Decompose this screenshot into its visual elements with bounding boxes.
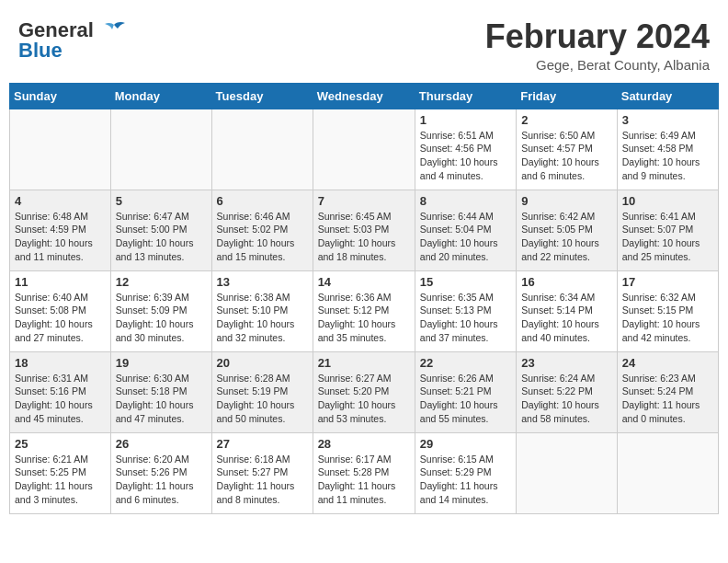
calendar-cell: 26Sunrise: 6:20 AM Sunset: 5:26 PM Dayli…: [110, 432, 211, 513]
calendar-week-row: 4Sunrise: 6:48 AM Sunset: 4:59 PM Daylig…: [10, 190, 719, 270]
calendar-cell: 8Sunrise: 6:44 AM Sunset: 5:04 PM Daylig…: [415, 190, 516, 270]
column-header-monday: Monday: [110, 83, 211, 109]
day-number: 17: [622, 275, 713, 289]
calendar-cell: 19Sunrise: 6:30 AM Sunset: 5:18 PM Dayli…: [110, 351, 211, 432]
calendar-week-row: 25Sunrise: 6:21 AM Sunset: 5:25 PM Dayli…: [10, 432, 719, 513]
calendar-cell: 24Sunrise: 6:23 AM Sunset: 5:24 PM Dayli…: [617, 351, 718, 432]
page-header: General Blue February 2024 Gege, Berat C…: [9, 9, 719, 77]
day-number: 2: [521, 113, 612, 127]
day-info: Sunrise: 6:47 AM Sunset: 5:00 PM Dayligh…: [116, 210, 207, 264]
day-info: Sunrise: 6:35 AM Sunset: 5:13 PM Dayligh…: [420, 291, 511, 345]
day-number: 28: [318, 437, 410, 451]
calendar-cell: 1Sunrise: 6:51 AM Sunset: 4:56 PM Daylig…: [415, 109, 516, 190]
calendar-cell: 27Sunrise: 6:18 AM Sunset: 5:27 PM Dayli…: [211, 432, 313, 513]
day-info: Sunrise: 6:42 AM Sunset: 5:05 PM Dayligh…: [521, 210, 612, 264]
day-number: 12: [116, 275, 207, 289]
day-number: 15: [420, 275, 511, 289]
day-number: 10: [622, 194, 713, 208]
day-number: 6: [217, 194, 308, 208]
calendar-cell: 21Sunrise: 6:27 AM Sunset: 5:20 PM Dayli…: [313, 351, 415, 432]
calendar-week-row: 1Sunrise: 6:51 AM Sunset: 4:56 PM Daylig…: [10, 109, 719, 190]
calendar-cell: 25Sunrise: 6:21 AM Sunset: 5:25 PM Dayli…: [10, 432, 111, 513]
day-number: 25: [15, 437, 106, 451]
calendar-cell: 10Sunrise: 6:41 AM Sunset: 5:07 PM Dayli…: [617, 190, 718, 270]
calendar-cell: 9Sunrise: 6:42 AM Sunset: 5:05 PM Daylig…: [517, 190, 618, 270]
logo: General Blue: [18, 18, 127, 63]
day-number: 22: [420, 356, 511, 370]
calendar-cell: 20Sunrise: 6:28 AM Sunset: 5:19 PM Dayli…: [211, 351, 313, 432]
calendar-cell: 18Sunrise: 6:31 AM Sunset: 5:16 PM Dayli…: [10, 351, 111, 432]
calendar-cell: 17Sunrise: 6:32 AM Sunset: 5:15 PM Dayli…: [617, 270, 718, 351]
day-info: Sunrise: 6:20 AM Sunset: 5:26 PM Dayligh…: [116, 453, 207, 507]
day-info: Sunrise: 6:48 AM Sunset: 4:59 PM Dayligh…: [15, 210, 106, 264]
calendar-cell: 4Sunrise: 6:48 AM Sunset: 4:59 PM Daylig…: [10, 190, 111, 270]
day-info: Sunrise: 6:32 AM Sunset: 5:15 PM Dayligh…: [622, 291, 713, 345]
day-number: 18: [15, 356, 106, 370]
day-number: 13: [217, 275, 308, 289]
calendar-cell: 7Sunrise: 6:45 AM Sunset: 5:03 PM Daylig…: [313, 190, 415, 270]
day-info: Sunrise: 6:28 AM Sunset: 5:19 PM Dayligh…: [217, 372, 308, 426]
day-info: Sunrise: 6:36 AM Sunset: 5:12 PM Dayligh…: [318, 291, 410, 345]
day-info: Sunrise: 6:40 AM Sunset: 5:08 PM Dayligh…: [15, 291, 106, 345]
calendar-cell: 15Sunrise: 6:35 AM Sunset: 5:13 PM Dayli…: [415, 270, 516, 351]
day-number: 21: [318, 356, 410, 370]
day-info: Sunrise: 6:49 AM Sunset: 4:58 PM Dayligh…: [622, 129, 713, 183]
column-header-wednesday: Wednesday: [313, 83, 415, 109]
day-number: 8: [420, 194, 511, 208]
day-number: 4: [15, 194, 106, 208]
day-info: Sunrise: 6:44 AM Sunset: 5:04 PM Dayligh…: [420, 210, 511, 264]
day-number: 24: [622, 356, 713, 370]
day-number: 19: [116, 356, 207, 370]
day-info: Sunrise: 6:34 AM Sunset: 5:14 PM Dayligh…: [521, 291, 612, 345]
column-header-saturday: Saturday: [617, 83, 718, 109]
day-info: Sunrise: 6:17 AM Sunset: 5:28 PM Dayligh…: [318, 453, 410, 507]
calendar-cell: 2Sunrise: 6:50 AM Sunset: 4:57 PM Daylig…: [517, 109, 618, 190]
calendar-cell: 22Sunrise: 6:26 AM Sunset: 5:21 PM Dayli…: [415, 351, 516, 432]
month-title: February 2024: [485, 18, 710, 55]
day-number: 14: [318, 275, 410, 289]
day-info: Sunrise: 6:27 AM Sunset: 5:20 PM Dayligh…: [318, 372, 410, 426]
day-number: 20: [217, 356, 308, 370]
calendar-cell: 13Sunrise: 6:38 AM Sunset: 5:10 PM Dayli…: [211, 270, 313, 351]
calendar-cell: [617, 432, 718, 513]
calendar-week-row: 11Sunrise: 6:40 AM Sunset: 5:08 PM Dayli…: [10, 270, 719, 351]
day-info: Sunrise: 6:26 AM Sunset: 5:21 PM Dayligh…: [420, 372, 511, 426]
day-info: Sunrise: 6:45 AM Sunset: 5:03 PM Dayligh…: [318, 210, 410, 264]
calendar-cell: [110, 109, 211, 190]
calendar-cell: 3Sunrise: 6:49 AM Sunset: 4:58 PM Daylig…: [617, 109, 718, 190]
calendar-cell: [313, 109, 415, 190]
calendar-cell: 11Sunrise: 6:40 AM Sunset: 5:08 PM Dayli…: [10, 270, 111, 351]
logo-bird-icon: [101, 21, 127, 41]
calendar-cell: 14Sunrise: 6:36 AM Sunset: 5:12 PM Dayli…: [313, 270, 415, 351]
calendar-cell: [211, 109, 313, 190]
logo-blue: Blue: [18, 39, 63, 63]
day-info: Sunrise: 6:24 AM Sunset: 5:22 PM Dayligh…: [521, 372, 612, 426]
day-number: 29: [420, 437, 511, 451]
calendar-cell: 12Sunrise: 6:39 AM Sunset: 5:09 PM Dayli…: [110, 270, 211, 351]
day-number: 11: [15, 275, 106, 289]
day-info: Sunrise: 6:31 AM Sunset: 5:16 PM Dayligh…: [15, 372, 106, 426]
day-info: Sunrise: 6:38 AM Sunset: 5:10 PM Dayligh…: [217, 291, 308, 345]
day-number: 3: [622, 113, 713, 127]
day-info: Sunrise: 6:39 AM Sunset: 5:09 PM Dayligh…: [116, 291, 207, 345]
day-info: Sunrise: 6:41 AM Sunset: 5:07 PM Dayligh…: [622, 210, 713, 264]
day-info: Sunrise: 6:18 AM Sunset: 5:27 PM Dayligh…: [217, 453, 308, 507]
day-number: 26: [116, 437, 207, 451]
day-info: Sunrise: 6:21 AM Sunset: 5:25 PM Dayligh…: [15, 453, 106, 507]
calendar-cell: 16Sunrise: 6:34 AM Sunset: 5:14 PM Dayli…: [517, 270, 618, 351]
day-info: Sunrise: 6:15 AM Sunset: 5:29 PM Dayligh…: [420, 453, 511, 507]
calendar-cell: 5Sunrise: 6:47 AM Sunset: 5:00 PM Daylig…: [110, 190, 211, 270]
calendar-week-row: 18Sunrise: 6:31 AM Sunset: 5:16 PM Dayli…: [10, 351, 719, 432]
column-header-sunday: Sunday: [10, 83, 111, 109]
calendar-cell: 29Sunrise: 6:15 AM Sunset: 5:29 PM Dayli…: [415, 432, 516, 513]
calendar-header-row: SundayMondayTuesdayWednesdayThursdayFrid…: [10, 83, 719, 109]
day-number: 7: [318, 194, 410, 208]
calendar-cell: 6Sunrise: 6:46 AM Sunset: 5:02 PM Daylig…: [211, 190, 313, 270]
day-info: Sunrise: 6:23 AM Sunset: 5:24 PM Dayligh…: [622, 372, 713, 426]
location-title: Gege, Berat County, Albania: [485, 57, 710, 73]
title-area: February 2024 Gege, Berat County, Albani…: [485, 18, 710, 73]
calendar-cell: [517, 432, 618, 513]
day-number: 16: [521, 275, 612, 289]
calendar-table: SundayMondayTuesdayWednesdayThursdayFrid…: [9, 83, 719, 514]
day-info: Sunrise: 6:51 AM Sunset: 4:56 PM Dayligh…: [420, 129, 511, 183]
